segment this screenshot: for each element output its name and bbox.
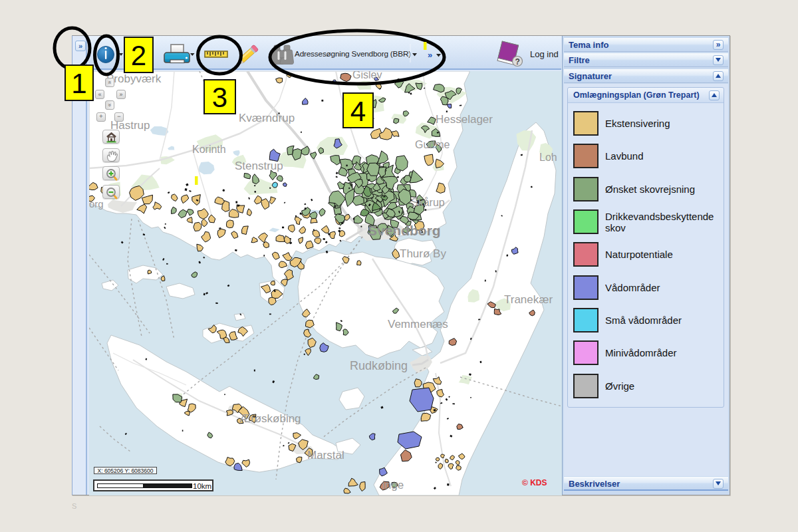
svg-text:Thurø By: Thurø By <box>400 247 446 260</box>
svg-text:Rudkøbing: Rudkøbing <box>350 359 408 372</box>
svg-text:Log ind: Log ind <box>530 49 559 59</box>
svg-text:Korinth: Korinth <box>192 144 226 155</box>
svg-text:Marstal: Marstal <box>307 449 344 462</box>
svg-text:Svendborg: Svendborg <box>368 223 441 238</box>
svg-text:inge: inge <box>382 479 404 491</box>
svg-text:Kværndrup: Kværndrup <box>239 112 295 124</box>
svg-text:Gudme: Gudme <box>415 139 450 150</box>
svg-text:»: » <box>428 50 432 60</box>
svg-text:Tranekær: Tranekær <box>504 293 553 306</box>
svg-text:Skårup: Skårup <box>411 197 445 208</box>
svg-text:Ærøskøbing: Ærøskøbing <box>239 412 301 425</box>
svg-text:Adressesøgning Svendborg (BBR): Adressesøgning Svendborg (BBR) <box>295 49 411 59</box>
svg-text:?: ? <box>515 57 520 66</box>
svg-text:Gislev: Gislev <box>352 71 382 80</box>
svg-text:Hesselager: Hesselager <box>436 113 493 126</box>
svg-text:Vemmenæs: Vemmenæs <box>388 318 448 331</box>
svg-text:Stenstrup: Stenstrup <box>235 160 283 172</box>
svg-text:Loh: Loh <box>539 152 557 163</box>
